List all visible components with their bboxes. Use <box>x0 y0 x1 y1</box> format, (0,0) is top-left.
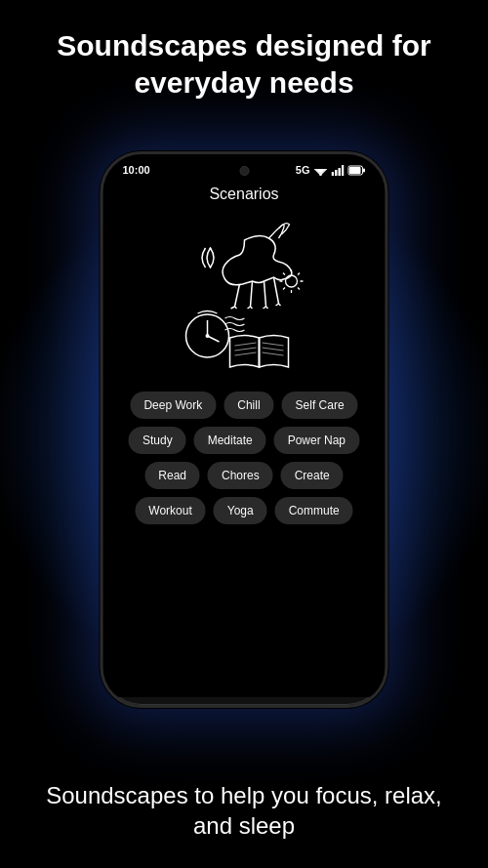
chip-self-care[interactable]: Self Care <box>282 392 358 419</box>
svg-line-14 <box>230 307 234 309</box>
svg-line-15 <box>234 307 236 309</box>
svg-line-28 <box>298 288 300 290</box>
chips-container: Deep Work Chill Self Care Study Meditate… <box>117 392 372 524</box>
chip-yoga[interactable]: Yoga <box>214 497 267 524</box>
svg-line-29 <box>298 273 300 275</box>
screen-content: Scenarios <box>103 182 386 697</box>
svg-line-13 <box>273 277 278 304</box>
svg-line-37 <box>262 352 283 355</box>
svg-line-27 <box>283 273 285 275</box>
signal-label: 5G <box>296 164 310 176</box>
svg-line-17 <box>250 307 252 309</box>
chip-chores[interactable]: Chores <box>208 462 273 489</box>
chips-row-2: Study Meditate Power Nap <box>129 427 359 454</box>
chips-row-1: Deep Work Chill Self Care <box>130 392 357 419</box>
signal-icon <box>332 165 345 176</box>
status-time: 10:00 <box>123 164 150 176</box>
screen-title: Scenarios <box>209 186 278 203</box>
svg-line-34 <box>234 352 256 355</box>
svg-line-16 <box>247 307 250 309</box>
chip-deep-work[interactable]: Deep Work <box>130 392 216 419</box>
battery-icon <box>348 165 366 176</box>
illustration <box>146 211 342 382</box>
chip-power-nap[interactable]: Power Nap <box>274 427 359 454</box>
bottom-text-area: Soundscapes to help you focus, relax, an… <box>0 780 488 841</box>
svg-line-35 <box>262 343 283 346</box>
svg-line-18 <box>263 307 265 309</box>
svg-rect-3 <box>332 172 335 176</box>
chip-chill[interactable]: Chill <box>224 392 273 419</box>
chips-row-4: Workout Yoga Commute <box>135 497 352 524</box>
svg-line-41 <box>207 336 219 342</box>
svg-line-19 <box>265 307 267 309</box>
svg-rect-8 <box>349 167 361 174</box>
svg-line-32 <box>234 343 256 346</box>
svg-line-12 <box>264 281 265 307</box>
svg-rect-9 <box>363 168 365 172</box>
svg-line-36 <box>262 348 283 351</box>
svg-rect-5 <box>339 168 342 176</box>
top-text-area: Soundscapes designed for everyday needs <box>0 27 488 101</box>
svg-line-21 <box>278 304 280 306</box>
svg-line-33 <box>234 348 256 351</box>
chip-commute[interactable]: Commute <box>275 497 353 524</box>
svg-point-22 <box>285 275 297 287</box>
status-right: 5G <box>296 164 366 176</box>
chip-create[interactable]: Create <box>281 462 344 489</box>
svg-line-20 <box>275 304 278 306</box>
wifi-icon <box>314 165 328 176</box>
chips-row-3: Read Chores Create <box>144 462 343 489</box>
svg-line-30 <box>283 288 285 290</box>
camera-dot <box>239 166 249 176</box>
chip-read[interactable]: Read <box>144 462 200 489</box>
svg-rect-4 <box>335 170 338 176</box>
phone-frame: 10:00 5G Scenario <box>101 151 388 708</box>
svg-line-10 <box>234 284 239 307</box>
subline: Soundscapes to help you focus, relax, an… <box>0 780 488 841</box>
chip-workout[interactable]: Workout <box>135 497 205 524</box>
headline: Soundscapes designed for everyday needs <box>0 27 488 101</box>
svg-rect-6 <box>342 165 345 176</box>
chip-study[interactable]: Study <box>129 427 186 454</box>
chip-meditate[interactable]: Meditate <box>194 427 266 454</box>
svg-line-11 <box>250 281 252 307</box>
